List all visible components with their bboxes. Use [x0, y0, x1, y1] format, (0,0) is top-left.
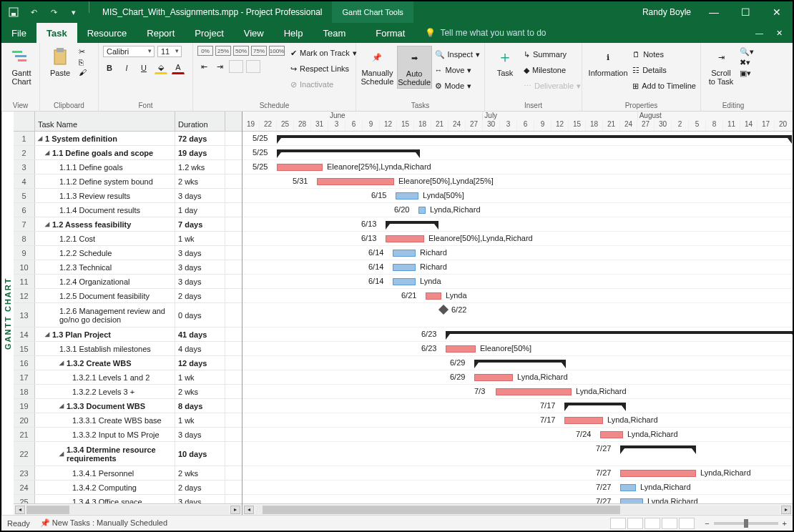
gantt-bar[interactable] — [317, 178, 394, 185]
respect-links-button[interactable]: ↪ Respect Links — [290, 61, 357, 76]
deliverable-button[interactable]: ⋯ Deliverable ▾ — [524, 79, 581, 93]
table-row[interactable]: 211.3.3.2 Input to MS Proje3 days — [14, 428, 242, 442]
gantt-bar[interactable] — [600, 431, 623, 438]
copy-icon[interactable]: ⎘ — [79, 58, 87, 66]
table-row[interactable]: 191.3.3 Document WBS8 days — [14, 399, 242, 413]
view-gantt-icon[interactable] — [610, 518, 626, 529]
move-button[interactable]: ↔ Move ▾ — [435, 63, 480, 77]
inactivate-button[interactable]: ⊘ Inactivate — [290, 77, 357, 92]
gantt-bar[interactable] — [564, 417, 603, 424]
grid-scrollbar[interactable]: ◂ ▸ — [14, 503, 242, 515]
gantt-bar[interactable] — [277, 149, 420, 152]
gantt-bar[interactable] — [277, 164, 323, 171]
inspect-button[interactable]: 🔍 Inspect ▾ — [435, 47, 480, 61]
font-name-select[interactable]: Calibri — [103, 46, 155, 57]
gantt-chart-button[interactable]: Gantt Chart — [6, 46, 37, 87]
paste-button[interactable]: Paste — [44, 46, 76, 79]
summary-button[interactable]: ↳ Summary — [524, 47, 581, 61]
italic-button[interactable]: I — [120, 61, 133, 74]
table-row[interactable]: 171.3.2.1 Levels 1 and 21 wk — [14, 370, 242, 385]
table-row[interactable]: 71.2 Assess feasibility7 days — [14, 217, 242, 232]
gantt-bar[interactable] — [620, 498, 643, 503]
table-row[interactable]: 51.1.3 Review results3 days — [14, 189, 242, 203]
table-row[interactable]: 151.3.1 Establish milestones4 days — [14, 342, 242, 356]
gantt-chart[interactable]: JuneJulyAugust 1922252831369121518212427… — [242, 112, 793, 515]
minimize-icon[interactable]: — — [698, 1, 730, 23]
tab-report[interactable]: Report — [137, 23, 185, 43]
insert-task-button[interactable]: ＋ Task — [489, 46, 521, 79]
milestone-marker[interactable] — [438, 305, 449, 315]
auto-schedule-button[interactable]: ➡ Auto Schedule — [397, 46, 432, 89]
table-row[interactable]: 61.1.4 Document results1 day — [14, 203, 242, 217]
details-button[interactable]: ☷ Details — [632, 63, 696, 77]
tab-team[interactable]: Team — [313, 23, 356, 43]
progress-50[interactable]: 50% — [233, 46, 249, 56]
fill-color-button[interactable]: ⬙ — [155, 61, 167, 74]
duration-header[interactable]: Duration — [175, 112, 225, 131]
gantt-bar[interactable] — [418, 207, 426, 214]
view-resource-icon[interactable] — [662, 518, 677, 529]
user-name[interactable]: Randy Boyle — [635, 1, 698, 23]
table-row[interactable]: 11 System definition72 days — [14, 132, 242, 146]
tab-view[interactable]: View — [234, 23, 274, 43]
manually-schedule-button[interactable]: 📌 Manually Schedule — [361, 46, 394, 87]
progress-25[interactable]: 25% — [215, 46, 231, 56]
close-pane-icon[interactable]: ✕ — [776, 29, 783, 38]
gantt-bar[interactable] — [474, 360, 566, 363]
zoom-out-icon[interactable]: − — [705, 519, 709, 528]
tab-resource[interactable]: Resource — [77, 23, 137, 43]
table-row[interactable]: 91.2.2 Schedule3 days — [14, 246, 242, 260]
format-painter-icon[interactable]: 🖌 — [79, 68, 87, 77]
table-row[interactable]: 121.2.5 Document feasibility2 days — [14, 289, 242, 303]
table-row[interactable]: 181.3.2.2 Levels 3 +2 wks — [14, 385, 242, 399]
table-row[interactable]: 201.3.3.1 Create WBS base1 wk — [14, 413, 242, 428]
gantt-bar[interactable] — [393, 264, 416, 271]
close-icon[interactable]: ✕ — [761, 1, 793, 23]
view-usage-icon[interactable] — [627, 518, 643, 529]
gantt-bar[interactable] — [386, 221, 438, 224]
outdent-icon[interactable]: ⇤ — [197, 60, 210, 73]
scroll-right-icon[interactable]: ▸ — [230, 506, 240, 514]
table-row[interactable]: 141.3 Plan Project41 days — [14, 327, 242, 342]
scroll-to-task-button[interactable]: ⇥ Scroll to Task — [705, 46, 737, 87]
table-row[interactable]: 161.3.2 Create WBS12 days — [14, 356, 242, 370]
task-name-header[interactable]: Task Name — [35, 112, 175, 131]
gantt-bar[interactable] — [496, 388, 572, 395]
table-row[interactable]: 41.1.2 Define system bound2 wks — [14, 174, 242, 189]
gantt-scrollbar[interactable]: ◂ ▸ — [242, 503, 793, 515]
add-to-timeline-button[interactable]: ⊞ Add to Timeline — [632, 79, 696, 93]
table-row[interactable]: 81.2.1 Cost1 wk — [14, 232, 242, 246]
undo-icon[interactable]: ↶ — [24, 3, 43, 21]
scroll-left-icon[interactable]: ◂ — [244, 506, 254, 514]
fill-icon[interactable]: ▣▾ — [740, 69, 754, 78]
underline-button[interactable]: U — [137, 61, 150, 74]
mode-button[interactable]: ⚙ Mode ▾ — [435, 79, 480, 93]
save-icon[interactable] — [4, 3, 23, 21]
progress-75[interactable]: 75% — [251, 46, 267, 56]
gantt-bar[interactable] — [393, 250, 416, 257]
zoom-in-icon[interactable]: + — [783, 519, 787, 528]
unlink-icon[interactable] — [246, 60, 260, 73]
tab-file[interactable]: File — [1, 23, 36, 43]
table-row[interactable]: 221.3.4 Dtermine resource requirements10… — [14, 442, 242, 466]
tab-help[interactable]: Help — [274, 23, 313, 43]
scroll-right-icon[interactable]: ▸ — [781, 506, 791, 514]
link-icon[interactable] — [229, 60, 243, 73]
table-row[interactable]: 131.2.6 Management review and go/no go d… — [14, 303, 242, 327]
view-team-icon[interactable] — [644, 518, 660, 529]
information-button[interactable]: ℹ Information — [587, 46, 629, 79]
gantt-bar[interactable] — [396, 192, 418, 200]
qat-dropdown-icon[interactable]: ▾ — [64, 3, 83, 21]
indent-icon[interactable]: ⇥ — [213, 60, 226, 73]
gantt-bar[interactable] — [620, 484, 636, 491]
gantt-bar[interactable] — [426, 292, 441, 300]
font-size-select[interactable]: 11 — [157, 46, 182, 57]
task-grid[interactable]: Task Name Duration 11 System definition7… — [14, 112, 242, 515]
gantt-bar[interactable] — [620, 445, 696, 448]
view-report-icon[interactable] — [679, 518, 695, 529]
zoom-slider[interactable]: − + — [705, 519, 787, 528]
table-row[interactable]: 111.2.4 Organizational3 days — [14, 275, 242, 289]
clear-icon[interactable]: ✖▾ — [740, 58, 754, 67]
bold-button[interactable]: B — [103, 61, 116, 74]
gantt-bar[interactable] — [386, 235, 424, 242]
